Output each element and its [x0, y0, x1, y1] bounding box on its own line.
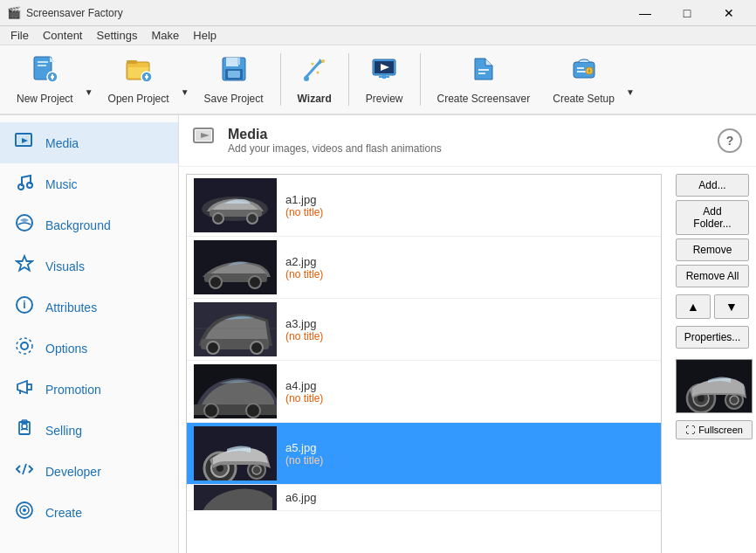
media-item-title-text: (no title)	[285, 268, 654, 280]
sidebar-item-selling[interactable]: Selling	[0, 410, 178, 451]
new-project-button[interactable]: New Project	[7, 48, 83, 111]
menu-content[interactable]: Content	[36, 27, 90, 44]
svg-point-61	[213, 213, 223, 224]
media-thumbnail	[194, 302, 277, 356]
svg-rect-14	[237, 58, 240, 65]
main-layout: Media Music Background	[0, 115, 756, 553]
sidebar-item-developer[interactable]: Developer	[0, 451, 178, 492]
sidebar-item-music[interactable]: Music	[0, 163, 178, 204]
maximize-button[interactable]: □	[667, 0, 707, 26]
menu-settings[interactable]: Settings	[90, 27, 145, 44]
media-item[interactable]: a1.jpg (no title)	[187, 175, 661, 237]
svg-rect-31	[577, 67, 584, 69]
media-item[interactable]: a6.jpg	[187, 485, 661, 511]
save-project-button[interactable]: Save Project	[195, 48, 273, 111]
attributes-icon: i	[14, 295, 35, 319]
create-setup-button[interactable]: Create Setup	[543, 48, 624, 111]
svg-point-86	[698, 395, 704, 402]
svg-point-49	[22, 424, 27, 429]
sidebar-item-background-label: Background	[45, 218, 111, 232]
svg-rect-32	[577, 71, 586, 73]
sidebar-item-media-label: Media	[45, 136, 79, 150]
wizard-label: Wizard	[298, 93, 332, 105]
sidebar-item-visuals-label: Visuals	[45, 259, 85, 273]
svg-rect-2	[38, 65, 46, 66]
sidebar-item-options[interactable]: Options	[0, 328, 178, 369]
sidebar-item-create[interactable]: Create	[0, 492, 178, 533]
remove-button[interactable]: Remove	[676, 238, 749, 261]
options-icon	[14, 336, 35, 360]
svg-point-44	[21, 342, 28, 349]
svg-rect-46	[27, 384, 31, 390]
svg-point-69	[207, 342, 219, 354]
svg-point-38	[18, 184, 24, 190]
create-setup-group: Create Setup ▼	[543, 48, 636, 111]
media-list[interactable]: a1.jpg (no title)	[186, 174, 662, 553]
minimize-button[interactable]: —	[625, 0, 665, 26]
app-icon: 🎬	[7, 6, 21, 20]
svg-point-88	[730, 396, 739, 404]
media-item[interactable]: a3.jpg (no title)	[187, 299, 661, 361]
close-button[interactable]: ✕	[709, 0, 749, 26]
create-screensaver-label: Create Screensaver	[437, 93, 531, 105]
sidebar-item-options-label: Options	[45, 342, 87, 356]
svg-rect-6	[52, 74, 53, 79]
title-bar-text: Screensaver Factory	[26, 7, 625, 19]
media-item-filename: a2.jpg	[285, 255, 654, 268]
toolbar: New Project ▼ Open Project ▼	[0, 45, 756, 115]
preview-button[interactable]: Preview	[356, 48, 413, 111]
media-item[interactable]: a2.jpg (no title)	[187, 237, 661, 299]
content-header-text: Media Add your images, videos and flash …	[228, 127, 442, 155]
wizard-button[interactable]: Wizard	[288, 48, 341, 111]
media-icon	[14, 131, 35, 155]
sidebar-item-promotion[interactable]: Promotion	[0, 369, 178, 410]
preview-label: Preview	[366, 93, 403, 105]
media-container: a1.jpg (no title)	[179, 167, 756, 553]
add-button[interactable]: Add...	[676, 174, 749, 197]
menu-bar: File Content Settings Make Help	[0, 26, 756, 45]
sidebar-item-media[interactable]: Media	[0, 122, 178, 163]
menu-make[interactable]: Make	[144, 27, 186, 44]
open-project-button[interactable]: Open Project	[99, 48, 179, 111]
create-screensaver-button[interactable]: Create Screensaver	[428, 48, 540, 111]
media-item-info: a6.jpg	[285, 491, 654, 504]
media-thumbnail	[194, 426, 277, 480]
content-header: Media Add your images, videos and flash …	[179, 115, 756, 167]
create-setup-arrow[interactable]: ▼	[624, 48, 636, 111]
properties-button[interactable]: Properties...	[676, 326, 749, 349]
background-icon	[14, 213, 35, 237]
move-down-button[interactable]: ▼	[714, 294, 749, 319]
sidebar-item-background[interactable]: Background	[0, 204, 178, 245]
media-item[interactable]: a4.jpg (no title)	[187, 361, 661, 423]
title-bar-controls: — □ ✕	[625, 0, 749, 26]
media-item-filename: a5.jpg	[285, 441, 654, 454]
menu-file[interactable]: File	[3, 27, 36, 44]
help-button[interactable]: ?	[718, 128, 742, 153]
sidebar-item-promotion-label: Promotion	[45, 383, 101, 397]
sidebar-item-visuals[interactable]: Visuals	[0, 245, 178, 287]
preview-thumbnail	[676, 359, 753, 413]
move-up-button[interactable]: ▲	[676, 294, 711, 319]
media-thumbnail	[194, 364, 277, 418]
new-project-arrow[interactable]: ▼	[83, 48, 95, 111]
media-item-filename: a3.jpg	[285, 317, 654, 330]
media-item-filename: a1.jpg	[285, 193, 654, 206]
media-list-wrapper: a1.jpg (no title)	[179, 167, 669, 553]
menu-help[interactable]: Help	[186, 27, 223, 44]
new-project-label: New Project	[17, 93, 73, 105]
remove-all-button[interactable]: Remove All	[676, 265, 749, 287]
visuals-icon	[14, 254, 35, 278]
open-project-arrow[interactable]: ▼	[179, 48, 191, 111]
add-folder-button[interactable]: Add Folder...	[676, 200, 749, 235]
media-item[interactable]: a5.jpg (no title)	[187, 423, 661, 485]
fullscreen-button[interactable]: ⛶ Fullscreen	[676, 420, 753, 439]
action-buttons-panel: Add... Add Folder... Remove Remove All ▲…	[669, 167, 756, 553]
new-project-icon	[31, 55, 58, 89]
sidebar-item-attributes[interactable]: i Attributes	[0, 287, 178, 328]
svg-text:i: i	[23, 299, 25, 311]
sidebar: Media Music Background	[0, 115, 179, 553]
media-item-filename: a4.jpg	[285, 379, 654, 392]
create-setup-label: Create Setup	[553, 93, 615, 105]
svg-marker-41	[17, 256, 32, 271]
create-icon	[14, 501, 35, 524]
